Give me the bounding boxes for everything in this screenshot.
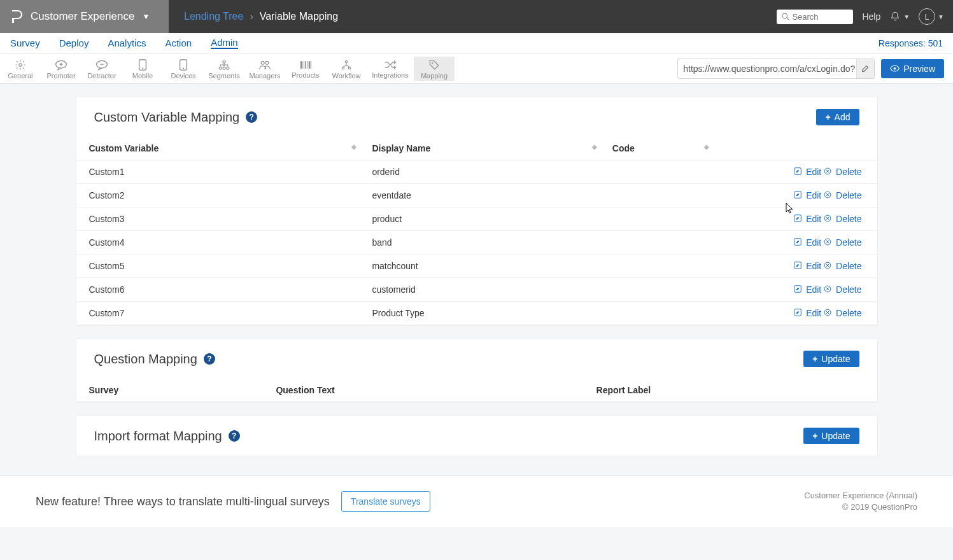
question-mapping-panel: Question Mapping ? + Update Survey Quest… [76,339,878,403]
delete-link[interactable]: Delete [836,261,861,271]
preview-button[interactable]: Preview [881,59,944,78]
cell-var: Custom1 [76,160,365,184]
plus-bubble-icon [55,59,67,71]
cell-display-name: orderid [364,160,604,184]
edit-link[interactable]: Edit [806,261,821,271]
edit-link[interactable]: Edit [806,167,821,177]
nav-tab-analytics[interactable]: Analytics [108,38,146,48]
help-link[interactable]: Help [862,11,880,22]
cell-actions: Edit Delete [717,302,877,325]
breadcrumb-project[interactable]: Lending Tree [184,11,243,22]
bubble-icon [95,59,108,71]
col-code[interactable]: Code◆ [605,137,717,160]
table-row: Custom1orderid Edit Delete [76,160,877,184]
delete-link[interactable]: Delete [836,167,861,177]
toolbar-integrations[interactable]: Integrations [367,57,414,81]
edit-link[interactable]: Edit [806,308,821,318]
breadcrumb-current: Variable Mapping [260,11,338,22]
toolbar-segments[interactable]: Segments [204,57,244,81]
col-display-name[interactable]: Display Name◆ [364,137,604,160]
toolbar-devices[interactable]: Devices [163,57,204,81]
barcode-icon [299,60,312,70]
translate-surveys-button[interactable]: Translate surveys [341,491,430,512]
svg-point-13 [223,60,225,62]
edit-url-button[interactable] [856,59,874,78]
topbar-right: Help ▼ L ▼ [777,8,953,25]
top-bar: Customer Experience ▼ Lending Tree › Var… [0,0,953,33]
cell-display-name: eventdate [364,184,604,207]
cell-code [605,184,717,207]
edit-icon [794,214,801,224]
svg-rect-0 [12,18,14,23]
product-switcher[interactable]: Customer Experience ▼ [0,0,169,33]
toolbar-label: Products [292,71,319,79]
delete-link[interactable]: Delete [836,237,861,248]
cell-actions: Edit Delete [717,255,877,278]
admin-toolbar: General Promoter Detractor Mobile Device… [0,53,953,84]
toolbar-products[interactable]: Products [285,57,326,81]
toolbar-label: Detractor [87,72,116,80]
edit-link[interactable]: Edit [806,284,821,295]
delete-link[interactable]: Delete [836,308,861,318]
nav-tab-action[interactable]: Action [165,38,192,48]
cell-var: Custom2 [76,184,365,207]
toolbar-promoter[interactable]: Promoter [41,57,81,81]
product-name: Customer Experience [31,10,134,23]
chevron-down-icon: ▼ [142,12,150,21]
logo-icon [10,10,23,24]
nav-tab-admin[interactable]: Admin [211,37,238,49]
edit-link[interactable]: Edit [806,190,821,200]
col-custom-variable[interactable]: Custom Variable◆ [76,137,365,160]
update-button[interactable]: + Update [803,351,859,367]
svg-point-26 [345,60,347,62]
toolbar-label: Integrations [372,71,408,79]
plus-icon: + [825,112,830,122]
delete-link[interactable]: Delete [836,284,861,295]
delete-icon [824,167,831,177]
search-input-wrapper[interactable] [777,10,853,24]
col-question-text[interactable]: Question Text [268,379,588,402]
nav-tab-deploy[interactable]: Deploy [59,38,89,48]
delete-link[interactable]: Delete [836,214,861,224]
toolbar-workflow[interactable]: Workflow [326,57,367,81]
cell-var: Custom6 [76,278,365,302]
cell-display-name: Product Type [364,302,604,325]
share-url-field[interactable]: https://www.questionpro.com/a/cxLogin.do… [677,59,875,79]
cell-actions: Edit Delete [717,278,877,302]
help-icon[interactable]: ? [246,111,257,123]
delete-icon [824,214,831,224]
bell-icon [889,11,901,22]
responses-count[interactable]: Responses: 501 [879,38,943,48]
plus-icon: + [812,354,817,364]
people-icon [258,59,271,71]
help-icon[interactable]: ? [229,430,240,442]
toolbar-detractor[interactable]: Detractor [81,57,122,81]
edit-link[interactable]: Edit [806,237,821,248]
nav-tab-survey[interactable]: Survey [10,38,40,48]
edit-link[interactable]: Edit [806,214,821,224]
delete-link[interactable]: Delete [836,190,861,200]
help-icon[interactable]: ? [204,353,215,365]
toolbar-general[interactable]: General [0,57,41,81]
toolbar-right: https://www.questionpro.com/a/cxLogin.do… [677,59,953,79]
edit-icon [794,237,801,248]
toolbar-managers[interactable]: Managers [244,57,285,81]
add-button[interactable]: + Add [816,109,859,125]
eye-icon [890,65,900,72]
chevron-down-icon: ▼ [903,13,910,20]
footer-message: New feature! Three ways to translate mul… [36,495,330,508]
col-survey[interactable]: Survey [76,379,269,402]
toolbar-label: Devices [171,72,195,80]
update-button[interactable]: + Update [803,428,859,444]
toolbar-mapping[interactable]: Mapping [414,57,455,81]
toolbar-mobile[interactable]: Mobile [122,57,163,81]
table-row: Custom2eventdate Edit Delete [76,184,877,207]
edit-icon [794,308,801,318]
search-input[interactable] [792,12,843,22]
share-url-text: https://www.questionpro.com/a/cxLogin.do… [678,64,856,74]
col-report-label[interactable]: Report Label [589,379,877,402]
flow-icon [340,59,353,71]
notifications-button[interactable]: ▼ [889,11,910,22]
custom-variable-mapping-panel: Custom Variable Mapping ? + Add Custom V… [76,97,878,326]
user-menu[interactable]: L ▼ [919,8,944,25]
